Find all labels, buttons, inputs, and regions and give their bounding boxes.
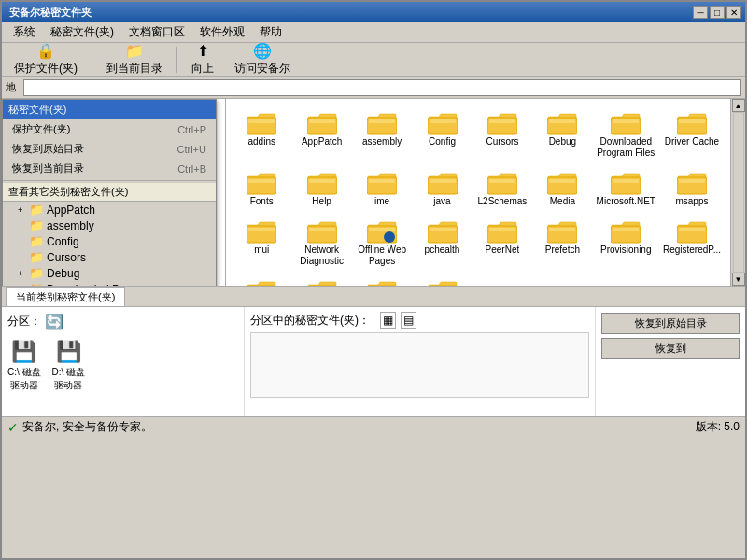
file-item[interactable]: Media xyxy=(534,166,590,211)
file-item[interactable]: AppPatch xyxy=(293,106,349,162)
file-label: Downloaded Program Files xyxy=(597,136,655,159)
list-view-icon[interactable]: ▤ xyxy=(401,312,416,329)
maximize-button[interactable]: □ xyxy=(710,6,725,19)
minimize-button[interactable]: ─ xyxy=(693,6,708,19)
visit-anbei-btn[interactable]: 🌐 访问安备尔 xyxy=(226,39,299,79)
file-label: assembly xyxy=(362,136,402,147)
file-item[interactable]: Config xyxy=(414,106,470,162)
file-label: Media xyxy=(550,196,575,207)
svg-rect-21 xyxy=(369,179,395,183)
file-item[interactable]: L2Schemas xyxy=(474,166,530,211)
drive-d[interactable]: 💾 D:\ 磁盘 驱动器 xyxy=(52,340,86,392)
file-item[interactable]: Registration xyxy=(233,274,289,286)
folder-icon-img xyxy=(547,110,577,136)
refresh-icon[interactable]: 🔄 xyxy=(45,313,63,330)
right-panel: addinsAppPatchassemblyConfigCursorsDebug… xyxy=(226,99,730,286)
file-item[interactable]: PeerNet xyxy=(474,215,530,271)
folder-icon-img xyxy=(367,170,397,196)
folder-icon-img xyxy=(611,110,641,136)
drive-d-icon: 💾 xyxy=(56,340,81,364)
up-btn[interactable]: ⬆ 向上 xyxy=(183,39,222,79)
dropdown-restore-curr-label: 恢复到当前目录 xyxy=(12,161,84,175)
dropdown-restore-current[interactable]: 恢复到当前目录 Ctrl+B xyxy=(3,159,216,178)
svg-rect-5 xyxy=(369,119,395,123)
protect-btn[interactable]: 🔒 保护文件(夹) xyxy=(6,39,86,79)
tree-config[interactable]: 📁 Config xyxy=(3,233,216,249)
file-item[interactable]: pchealth xyxy=(414,215,470,271)
file-item[interactable]: Prefetch xyxy=(534,215,590,271)
folder-icon-img xyxy=(247,278,276,286)
file-label: msapps xyxy=(675,196,708,207)
file-item[interactable]: mui xyxy=(233,215,289,271)
protect-icon: 🔒 xyxy=(36,42,55,60)
file-item[interactable]: assembly xyxy=(354,106,410,162)
secret-files-label: 分区中的秘密文件(夹)： ▦ ▤ xyxy=(250,313,589,329)
toolbar-separator-2 xyxy=(176,47,177,73)
file-item[interactable]: Resources xyxy=(354,274,410,286)
svg-rect-33 xyxy=(248,228,275,231)
file-item[interactable]: Provisioning xyxy=(595,215,657,271)
folder-icon-img xyxy=(247,110,276,136)
file-grid: addinsAppPatchassemblyConfigCursorsDebug… xyxy=(226,99,730,286)
file-item[interactable]: ime xyxy=(354,166,410,211)
svg-rect-42 xyxy=(489,228,515,231)
file-item[interactable]: Driver Cache xyxy=(661,106,723,162)
tree-appatch[interactable]: + 📁 AppPatch xyxy=(3,202,216,217)
tree-assembly[interactable]: 📁 assembly xyxy=(3,217,216,233)
dropdown-protect[interactable]: 保护文件(夹) Ctrl+P xyxy=(3,119,216,139)
tree-debug[interactable]: + 📁 Debug xyxy=(3,265,216,281)
file-item[interactable]: RegisteredP... xyxy=(661,215,723,271)
dropdown-section: 查看其它类别秘密文件(夹) xyxy=(3,183,216,202)
expander-debug: + xyxy=(18,269,29,278)
file-label: Help xyxy=(312,196,331,207)
svg-rect-48 xyxy=(679,228,705,231)
file-item[interactable]: Microsoft.NET xyxy=(595,166,657,211)
restore-original-btn[interactable]: 恢复到原始目录 xyxy=(601,313,740,334)
tree-downloaded[interactable]: 📁 Downloaded Program... xyxy=(3,281,216,286)
go-to-current-dir-btn[interactable]: 📁 到当前目录 xyxy=(98,39,171,79)
folder-icon-img xyxy=(428,218,458,245)
folder-icon-6: 📁 xyxy=(29,282,44,286)
drive-c[interactable]: 💾 C:\ 磁盘 驱动器 xyxy=(7,340,41,392)
svg-rect-25 xyxy=(489,179,515,183)
file-item[interactable]: Fonts xyxy=(233,166,289,211)
folder-icon-img xyxy=(547,218,577,245)
svg-rect-7 xyxy=(430,119,456,123)
file-label: ime xyxy=(374,196,389,207)
svg-rect-27 xyxy=(549,179,575,183)
file-item[interactable]: addins xyxy=(233,106,289,162)
window-controls: ─ □ ✕ xyxy=(693,6,741,19)
file-item[interactable]: Cursors xyxy=(474,106,530,162)
file-item[interactable]: security xyxy=(414,274,470,286)
folder-icon-img xyxy=(367,110,397,136)
close-button[interactable]: ✕ xyxy=(726,6,741,19)
svg-rect-40 xyxy=(430,228,456,231)
svg-rect-3 xyxy=(309,119,335,123)
svg-rect-31 xyxy=(679,179,705,183)
file-item[interactable]: Help xyxy=(293,166,349,211)
file-label: Config xyxy=(429,136,456,147)
file-item[interactable]: msapps xyxy=(661,166,723,211)
file-item[interactable]: Offline Web Pages xyxy=(354,215,410,271)
restore-current-btn[interactable]: 恢复到 xyxy=(601,338,740,359)
file-item[interactable]: Debug xyxy=(534,106,590,162)
file-item[interactable]: Repair xyxy=(293,274,349,286)
file-item[interactable]: java xyxy=(414,166,470,211)
file-item[interactable]: Downloaded Program Files xyxy=(595,106,657,162)
file-item[interactable]: Network Diagnostic xyxy=(293,215,349,271)
expander-appatch: + xyxy=(18,205,29,215)
file-label: PeerNet xyxy=(486,245,520,256)
scrollbar[interactable]: ▲ ▼ xyxy=(730,99,745,286)
svg-rect-9 xyxy=(489,119,515,123)
tree-cursors[interactable]: 📁 Cursors xyxy=(3,249,216,265)
dropdown-restore-original[interactable]: 恢复到原始目录 Ctrl+U xyxy=(3,139,216,159)
folder-icon-2: 📁 xyxy=(29,218,44,232)
folder-icon-img xyxy=(307,110,337,136)
file-label: L2Schemas xyxy=(478,196,528,207)
status-left: ✓ 安备尔, 安全与备份专家。 xyxy=(7,419,152,435)
svg-rect-1 xyxy=(248,119,275,123)
grid-view-icon[interactable]: ▦ xyxy=(380,312,396,329)
address-input[interactable] xyxy=(23,79,741,96)
bottom-tab-current[interactable]: 当前类别秘密文件(夹) xyxy=(6,287,125,306)
folder-icon-img xyxy=(677,218,707,245)
